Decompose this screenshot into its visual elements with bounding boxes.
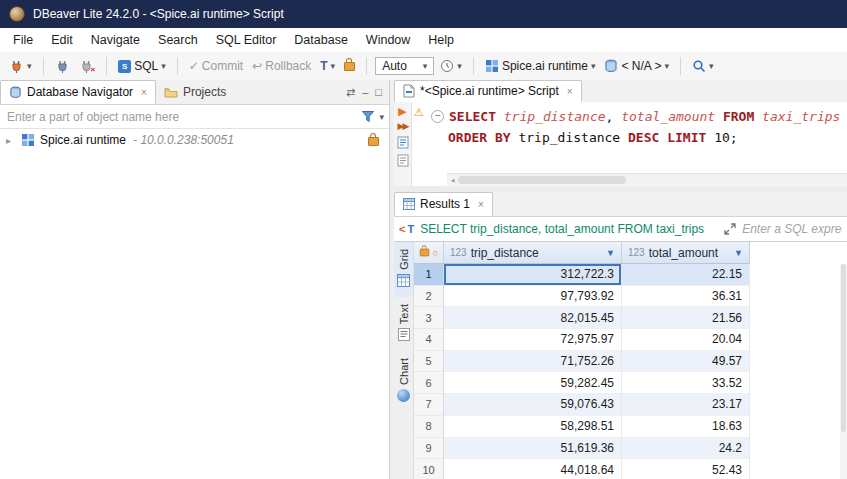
grid-cell[interactable]: 59,282.45 xyxy=(444,372,622,394)
table-row: 951,619.3624.2 xyxy=(414,438,847,460)
grid-cell[interactable]: 22.15 xyxy=(622,264,750,286)
grid-cell[interactable]: 58,298.51 xyxy=(444,416,622,438)
scrollbar-thumb[interactable] xyxy=(458,176,626,184)
presentation-tab-chart[interactable]: Chart xyxy=(394,351,413,412)
maximize-icon[interactable]: □ xyxy=(375,86,382,98)
fold-collapse-icon[interactable]: − xyxy=(431,110,444,123)
database-navigator-panel: Database Navigator × Projects ⇄ – □ ▾ xyxy=(0,80,390,479)
grid-cell[interactable]: 52.43 xyxy=(622,459,750,479)
menu-item-database[interactable]: Database xyxy=(285,29,357,51)
row-number[interactable]: 6 xyxy=(414,372,444,394)
table-row: 858,298.5118.63 xyxy=(414,416,847,438)
explain-plan-icon[interactable] xyxy=(397,136,409,149)
tab-label: Results 1 xyxy=(420,197,470,211)
presentation-tab-grid[interactable]: Grid xyxy=(394,242,413,297)
object-filter-input[interactable] xyxy=(5,109,357,125)
tab-projects[interactable]: Projects xyxy=(156,80,234,104)
minimize-icon[interactable]: – xyxy=(362,86,368,98)
column-header-trip-distance[interactable]: 123trip_distance▼ xyxy=(444,242,622,264)
sort-desc-icon[interactable]: ▼ xyxy=(726,248,743,258)
grid-cell[interactable]: 59,076.43 xyxy=(444,394,622,416)
code-line-1: −SELECT trip_distance, total_amount FROM… xyxy=(431,106,845,127)
grid-cell[interactable]: 36.31 xyxy=(622,286,750,308)
close-icon[interactable]: × xyxy=(478,199,484,210)
row-number[interactable]: 4 xyxy=(414,329,444,351)
row-number[interactable]: 10 xyxy=(414,459,444,479)
presentation-tab-text[interactable]: Text xyxy=(394,297,413,351)
chevron-down-icon[interactable]: ▾ xyxy=(379,112,384,122)
close-icon[interactable]: × xyxy=(567,86,573,97)
filter-expression-placeholder[interactable]: Enter a SQL expression to... xyxy=(742,222,842,236)
menu-item-sql-editor[interactable]: SQL Editor xyxy=(207,29,286,51)
new-connection-button[interactable]: ▾ xyxy=(6,57,35,76)
tab-results-1[interactable]: Results 1 × xyxy=(394,192,493,216)
commit-label: Commit xyxy=(202,59,243,73)
row-number[interactable]: 5 xyxy=(414,351,444,373)
commit-button[interactable]: ✓ Commit xyxy=(186,57,246,75)
column-header-total-amount[interactable]: 123total_amount▼ xyxy=(622,242,750,264)
row-number[interactable]: 8 xyxy=(414,416,444,438)
grid-cell[interactable]: 71,752.26 xyxy=(444,351,622,373)
menu-item-search[interactable]: Search xyxy=(149,29,207,51)
spice-connection-icon xyxy=(485,59,499,73)
connect-button[interactable] xyxy=(52,57,73,76)
rollback-button[interactable]: ↩ Rollback xyxy=(249,57,314,75)
tab-sql-script[interactable]: *<Spice.ai runtime> Script × xyxy=(394,80,582,102)
active-schema-selector[interactable]: < N/A > ▾ xyxy=(601,57,672,75)
execute-statement-icon[interactable]: ▶ xyxy=(398,106,406,117)
custom-filter-icon[interactable]: < xyxy=(399,223,405,235)
active-connection-selector[interactable]: Spice.ai runtime ▾ xyxy=(482,57,599,75)
menu-item-help[interactable]: Help xyxy=(419,29,463,51)
grid-cell[interactable]: 18.63 xyxy=(622,416,750,438)
clock-icon xyxy=(440,59,454,73)
disconnect-button[interactable]: × xyxy=(76,57,99,76)
grid-cell[interactable]: 24.2 xyxy=(622,438,750,460)
tab-database-navigator[interactable]: Database Navigator × xyxy=(0,80,156,104)
execute-script-icon[interactable]: ▶▶ xyxy=(398,122,408,131)
grid-cell[interactable]: 20.04 xyxy=(622,329,750,351)
grid-cell[interactable]: 33.52 xyxy=(622,372,750,394)
grid-cell[interactable]: 44,018.64 xyxy=(444,459,622,479)
sort-desc-icon[interactable]: ▼ xyxy=(598,248,615,258)
grid-cell[interactable]: 49.57 xyxy=(622,351,750,373)
plug-icon xyxy=(9,59,24,74)
close-icon[interactable]: × xyxy=(141,87,147,98)
link-with-editor-icon[interactable]: ⇄ xyxy=(346,86,355,99)
export-result-icon[interactable] xyxy=(397,154,409,167)
menu-item-navigate[interactable]: Navigate xyxy=(82,29,149,51)
editor-action-rail: ▶ ▶▶ xyxy=(394,102,412,186)
commit-mode-combo[interactable]: Auto ▾ xyxy=(375,57,434,75)
tab-label: Projects xyxy=(183,85,226,99)
menu-item-file[interactable]: File xyxy=(4,29,42,51)
sql-identifier: taxi_trips xyxy=(762,109,840,124)
grid-cell[interactable]: 312,722.3 xyxy=(444,264,622,286)
editor-horizontal-scrollbar[interactable]: ◂ xyxy=(447,173,847,186)
grid-corner-cell[interactable]: ○ xyxy=(414,242,444,264)
table-row: 297,793.9236.31 xyxy=(414,286,847,308)
grid-cell[interactable]: 72,975.97 xyxy=(444,329,622,351)
grid-cell[interactable]: 51,619.36 xyxy=(444,438,622,460)
grid-cell[interactable]: 21.56 xyxy=(622,307,750,329)
row-number[interactable]: 9 xyxy=(414,438,444,460)
search-button[interactable]: ▾ xyxy=(689,57,717,75)
grid-cell[interactable]: 97,793.92 xyxy=(444,286,622,308)
row-number[interactable]: 1 xyxy=(414,264,444,286)
autocommit-lock-button[interactable] xyxy=(341,60,358,73)
menu-item-edit[interactable]: Edit xyxy=(42,29,82,51)
grid-cell[interactable]: 82,015.45 xyxy=(444,307,622,329)
row-number[interactable]: 7 xyxy=(414,394,444,416)
grid-vertical-scrollbar[interactable] xyxy=(840,264,847,479)
filter-funnel-icon[interactable] xyxy=(361,110,375,123)
transaction-log-button[interactable]: T ▾ xyxy=(317,57,338,75)
expander-icon[interactable]: ▸ xyxy=(6,135,16,146)
scrollbar-thumb[interactable] xyxy=(841,264,846,432)
grid-cell[interactable]: 23.17 xyxy=(622,394,750,416)
expand-filter-icon[interactable] xyxy=(724,223,736,235)
row-number[interactable]: 2 xyxy=(414,286,444,308)
query-history-button[interactable]: ▾ xyxy=(437,57,465,75)
open-sql-editor-button[interactable]: S SQL ▾ xyxy=(115,57,169,75)
tree-item-connection[interactable]: ▸ Spice.ai runtime - 10.0.0.238:50051 xyxy=(0,129,389,151)
menu-item-window[interactable]: Window xyxy=(357,29,419,51)
sql-code-area[interactable]: −SELECT trip_distance, total_amount FROM… xyxy=(429,102,847,186)
row-number[interactable]: 3 xyxy=(414,307,444,329)
